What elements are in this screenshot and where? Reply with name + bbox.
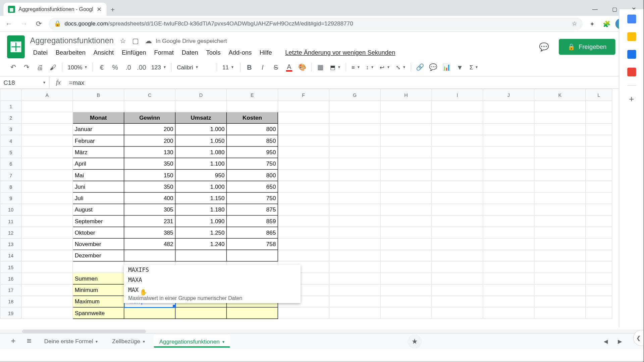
cell[interactable] [586,169,612,181]
cell[interactable] [329,158,380,169]
cell[interactable]: Umsatz [175,112,227,123]
cell[interactable] [278,123,329,135]
cell[interactable] [586,227,612,238]
col-header[interactable]: A [21,89,73,101]
currency-button[interactable]: € [96,61,108,73]
comments-button[interactable]: 💬 [536,39,551,55]
borders-button[interactable]: ▦ [314,61,327,73]
cell[interactable]: 1.250 [175,227,227,238]
functions-button[interactable]: Σ [467,64,481,70]
cell[interactable] [586,273,612,284]
cell[interactable] [586,284,612,296]
cell[interactable] [432,296,483,307]
cell[interactable]: 1.240 [175,238,227,250]
cell[interactable] [329,250,380,261]
cell[interactable] [21,250,73,261]
cell[interactable] [380,250,432,261]
col-header[interactable]: K [534,89,586,101]
cell[interactable] [483,112,534,123]
scroll-right-icon[interactable]: ▶ [613,335,626,348]
cell[interactable] [483,273,534,284]
formula-input[interactable]: =max [67,79,644,86]
cell[interactable] [380,101,432,112]
cell[interactable]: Monat [73,112,124,123]
cell[interactable] [483,284,534,296]
cell[interactable] [329,112,380,123]
row-header[interactable]: 14 [0,250,21,261]
cell[interactable] [483,192,534,204]
row-header[interactable]: 7 [0,169,21,181]
cell[interactable] [586,101,612,112]
col-header[interactable]: G [329,89,380,101]
cell[interactable] [534,169,586,181]
autocomplete-item[interactable]: MAXIFS [124,264,301,275]
cell[interactable] [432,101,483,112]
browser-tab[interactable]: ▦ Aggregationsfunktionen - Googl ✕ [4,3,107,16]
cell[interactable] [21,192,73,204]
cell[interactable] [483,181,534,192]
row-header[interactable]: 15 [0,261,21,273]
text-color-button[interactable]: A [283,61,295,73]
filter-button[interactable]: ▼ [453,61,466,73]
cell[interactable] [586,181,612,192]
cell[interactable]: November [73,238,124,250]
cell[interactable] [534,158,586,169]
cell[interactable]: 150 [124,169,175,181]
cell[interactable] [534,101,586,112]
cell[interactable] [586,238,612,250]
cell[interactable] [124,307,175,319]
cell[interactable] [73,261,124,273]
cell[interactable]: 1.180 [175,204,227,215]
cell[interactable] [278,204,329,215]
cell[interactable] [483,238,534,250]
cell[interactable] [380,216,432,227]
cell[interactable] [483,135,534,146]
font-size-select[interactable]: 11 [220,64,237,70]
cell[interactable] [586,112,612,123]
minimize-button[interactable]: ― [585,3,605,16]
cell[interactable] [21,216,73,227]
cell[interactable]: Minimum [73,284,124,296]
cell[interactable] [329,181,380,192]
cell[interactable] [21,307,73,319]
cell[interactable] [278,181,329,192]
cell[interactable]: 758 [226,238,278,250]
cell[interactable] [175,101,227,112]
cell[interactable] [586,261,612,273]
cell[interactable] [329,296,380,307]
cell[interactable]: 1.080 [175,146,227,158]
cell[interactable] [380,227,432,238]
cell[interactable] [380,123,432,135]
cell[interactable] [278,216,329,227]
row-header[interactable]: 9 [0,192,21,204]
cell[interactable] [534,261,586,273]
cell[interactable] [124,101,175,112]
cell[interactable] [226,101,278,112]
puzzle-icon[interactable]: 🧩 [601,18,612,29]
col-header[interactable]: C [124,89,175,101]
cell[interactable] [586,307,612,319]
cell[interactable]: 865 [226,227,278,238]
cell[interactable] [329,307,380,319]
keep-icon[interactable] [627,32,636,41]
cell[interactable] [534,296,586,307]
number-format-select[interactable]: 123 [149,64,168,70]
cell[interactable]: Spannweite [73,307,124,319]
cell[interactable] [21,146,73,158]
close-tab-icon[interactable]: ✕ [97,6,102,13]
cell[interactable] [278,101,329,112]
cell[interactable] [432,135,483,146]
sheets-app-icon[interactable] [7,35,25,58]
cell[interactable] [534,146,586,158]
menu-addons[interactable]: Add-ons [225,47,255,58]
col-header[interactable]: E [226,89,278,101]
cell[interactable] [329,273,380,284]
cell[interactable] [380,307,432,319]
cell[interactable] [21,135,73,146]
cell[interactable] [380,204,432,215]
row-header[interactable]: 1 [0,101,21,112]
cell[interactable] [483,158,534,169]
merge-button[interactable]: ⬒ [328,64,343,70]
cell[interactable] [432,112,483,123]
cell[interactable] [483,146,534,158]
